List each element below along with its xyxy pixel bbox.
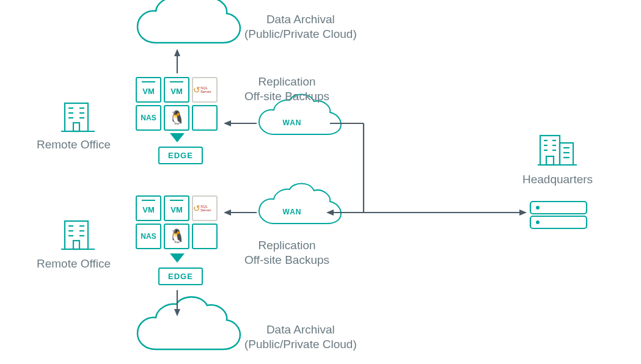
svg-rect-33 bbox=[540, 136, 560, 165]
edge-box-1: EDGE bbox=[158, 147, 203, 164]
svg-rect-15 bbox=[65, 103, 88, 131]
svg-point-49 bbox=[536, 220, 540, 224]
vm-icon: VM bbox=[136, 77, 161, 103]
linux-icon: 🐧 bbox=[164, 224, 189, 249]
nas-icon: NAS bbox=[136, 105, 161, 131]
svg-rect-34 bbox=[560, 143, 573, 165]
windows-icon bbox=[192, 224, 218, 249]
svg-point-48 bbox=[536, 206, 540, 209]
building-icon-remote-1 bbox=[61, 101, 98, 134]
data-archival-label-top: Data Archival (Public/Private Cloud) bbox=[244, 12, 357, 42]
linux-icon: 🐧 bbox=[164, 105, 189, 131]
svg-rect-16 bbox=[73, 123, 79, 131]
edge-box-2: EDGE bbox=[158, 268, 203, 285]
remote-office-label-1: Remote Office bbox=[37, 137, 111, 152]
replication-label-1: Replication Off-site Backups bbox=[244, 75, 329, 104]
building-icon-hq bbox=[538, 132, 578, 169]
svg-marker-7 bbox=[224, 120, 231, 126]
vm-icon: VM bbox=[164, 77, 189, 103]
wan-label-2: WAN bbox=[283, 208, 302, 216]
data-archival-label-bottom: Data Archival (Public/Private Cloud) bbox=[244, 322, 357, 352]
svg-marker-14 bbox=[326, 209, 334, 216]
building-icon-remote-2 bbox=[61, 219, 98, 252]
remote-office-label-2: Remote Office bbox=[37, 257, 111, 271]
svg-marker-2 bbox=[170, 133, 185, 142]
workload-grid-2: VM VM ↺SQL Server NAS 🐧 bbox=[136, 195, 218, 249]
windows-icon bbox=[192, 105, 218, 131]
svg-marker-9 bbox=[224, 209, 231, 216]
workload-grid-1: VM VM ↺SQL Server NAS 🐧 bbox=[136, 77, 218, 131]
server-icon bbox=[529, 200, 588, 232]
headquarters-label: Headquarters bbox=[522, 172, 593, 187]
svg-rect-25 bbox=[73, 241, 79, 249]
svg-marker-5 bbox=[170, 253, 185, 263]
nas-icon: NAS bbox=[136, 224, 161, 249]
svg-marker-1 bbox=[174, 49, 180, 56]
svg-rect-35 bbox=[546, 156, 554, 165]
svg-marker-13 bbox=[519, 209, 527, 216]
svg-rect-24 bbox=[65, 221, 88, 249]
replication-label-2: Replication Off-site Backups bbox=[244, 238, 329, 268]
vm-icon: VM bbox=[164, 195, 189, 221]
wan-label-1: WAN bbox=[283, 118, 302, 127]
svg-marker-4 bbox=[174, 309, 180, 316]
sqlserver-icon: ↺SQL Server bbox=[192, 195, 218, 221]
sqlserver-icon: ↺SQL Server bbox=[192, 77, 218, 103]
vm-icon: VM bbox=[136, 195, 161, 221]
